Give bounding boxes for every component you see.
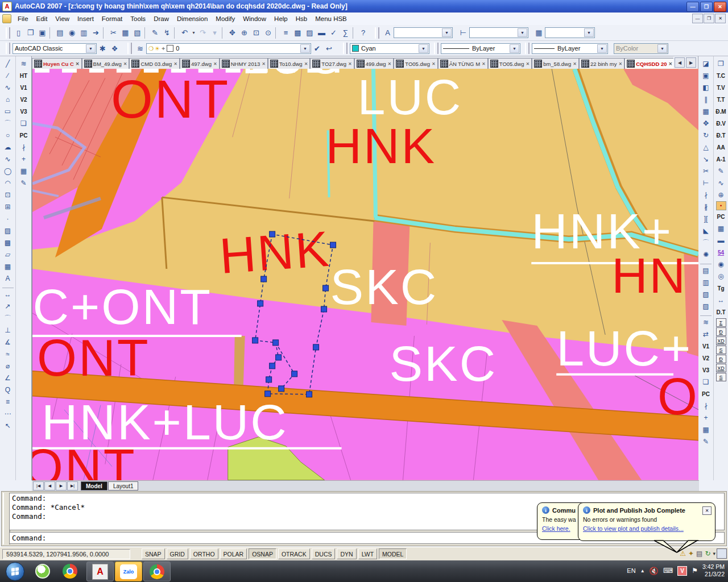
erase-icon[interactable]: ◪: [700, 58, 713, 69]
menu-item[interactable]: Menu HSB: [311, 14, 351, 23]
pc-button[interactable]: PC: [700, 388, 713, 400]
tab-nav-button[interactable]: ◀: [44, 481, 55, 490]
chevron-down-icon[interactable]: ▼: [300, 44, 310, 53]
taskbar-chrome-icon[interactable]: [60, 563, 80, 580]
arc-icon[interactable]: ⌒: [1, 118, 14, 129]
balls-icon[interactable]: ◉: [714, 259, 727, 270]
ortho-toggle[interactable]: ORTHO: [190, 548, 218, 559]
polar-toggle[interactable]: POLAR: [220, 548, 247, 559]
draworder-back-icon[interactable]: ▥: [700, 277, 713, 288]
dim-linear-icon[interactable]: ↔: [1, 289, 14, 300]
pc-button[interactable]: PC: [17, 130, 30, 141]
dim-ordinate-icon[interactable]: ⊥: [1, 325, 14, 336]
text-style-icon[interactable]: A: [382, 27, 394, 39]
separator[interactable]: [174, 27, 177, 39]
move-icon[interactable]: ✥: [700, 118, 713, 129]
table-style-combo[interactable]: ▼: [545, 27, 595, 38]
extend-icon[interactable]: ⊢: [700, 177, 713, 189]
separator[interactable]: [275, 27, 279, 39]
network-icon[interactable]: ⌨: [663, 567, 673, 575]
document-tab[interactable]: TO27.dwg ✕: [310, 58, 354, 69]
toolpalettes-icon[interactable]: ▨: [304, 27, 316, 39]
chevron-down-icon[interactable]: ▼: [518, 28, 527, 37]
breakline-icon[interactable]: ∤: [17, 142, 30, 153]
document-tab[interactable]: To10.dwg ✕: [268, 58, 310, 69]
region-icon[interactable]: ▱: [1, 249, 14, 260]
tab-close-icon[interactable]: ✕: [432, 61, 436, 66]
make-block-icon[interactable]: ⊞: [1, 201, 14, 213]
undo-icon[interactable]: ↶: [179, 27, 191, 39]
quickcalc-icon[interactable]: ∑: [340, 27, 351, 39]
lwt-toggle[interactable]: LWT: [358, 548, 377, 559]
rectangle-icon[interactable]: ▭: [1, 106, 14, 117]
separator[interactable]: [222, 27, 225, 39]
toolbar-grip[interactable]: [525, 43, 530, 54]
separator[interactable]: [700, 313, 712, 316]
v1-button[interactable]: V1: [700, 340, 713, 352]
menu-item[interactable]: Window: [239, 14, 270, 23]
chevron-down-icon[interactable]: ▼: [510, 44, 519, 53]
document-tab[interactable]: 22 binh my ✕: [579, 58, 624, 69]
publish-icon[interactable]: ▥: [78, 27, 90, 39]
balloon-close-icon[interactable]: ✕: [702, 506, 712, 515]
document-tab[interactable]: 497.dwg ✕: [180, 58, 220, 69]
shield-pencil-icon[interactable]: ✎: [17, 177, 30, 189]
open-icon[interactable]: ❐: [24, 27, 36, 39]
mdi-close-button[interactable]: ✕: [715, 14, 726, 23]
toolbar-grip[interactable]: [375, 27, 379, 39]
toolbar-grip[interactable]: [343, 43, 348, 54]
revcloud-icon[interactable]: ☁: [1, 142, 14, 153]
menu-item[interactable]: Help: [270, 14, 292, 23]
chevron-down-icon[interactable]: ▼: [584, 28, 594, 37]
document-tab[interactable]: 499.dwg ✕: [354, 58, 394, 69]
hatch-icon[interactable]: ▨: [1, 225, 14, 236]
54-button[interactable]: 54: [714, 247, 727, 258]
document-tab[interactable]: Huyen Cu C ✕: [32, 58, 82, 69]
document-tab[interactable]: BM_49.dwg ✕: [82, 58, 130, 69]
menu-item[interactable]: Edit: [32, 14, 52, 23]
v3-button[interactable]: V3: [17, 106, 30, 117]
mleader-icon[interactable]: ↖: [1, 420, 14, 431]
tab-scroll-right-button[interactable]: ▶: [686, 57, 696, 68]
s-button[interactable]: S: [716, 346, 726, 354]
workspace-combo[interactable]: AutoCAD Classic▼: [13, 43, 97, 54]
redo-icon[interactable]: ↷: [197, 27, 209, 39]
show-hidden-icons[interactable]: ▲: [640, 568, 645, 573]
layer-previous-icon[interactable]: ↩: [323, 43, 335, 55]
document-tab[interactable]: CQHSDD 20 ✕: [624, 58, 673, 69]
tv-button[interactable]: T.V: [714, 82, 727, 93]
dim-style-icon[interactable]: ⊢: [457, 27, 469, 39]
cut-icon[interactable]: ✂: [107, 27, 119, 39]
lineweight-combo[interactable]: ByLayer ▼: [532, 43, 608, 54]
layers-flat-icon[interactable]: ≋: [700, 317, 713, 328]
document-tab[interactable]: NHMY 2013 ✕: [220, 58, 268, 69]
document-tab[interactable]: CMD 03.dwg ✕: [129, 58, 180, 69]
toolbar-grip[interactable]: [6, 43, 10, 54]
rotate-icon[interactable]: ↻: [700, 130, 713, 141]
mdi-restore-button[interactable]: ❐: [704, 14, 714, 23]
chevron-down-icon[interactable]: ▼: [442, 28, 452, 37]
dim-quick-icon[interactable]: Q: [1, 384, 14, 396]
trim-icon[interactable]: ✂: [700, 165, 713, 177]
tab-close-icon[interactable]: ✕: [76, 61, 80, 66]
menu-item[interactable]: Modify: [212, 14, 239, 23]
ellipse-icon[interactable]: ◯: [1, 165, 14, 177]
draworder-front-icon[interactable]: ▤: [700, 265, 713, 276]
menu-item[interactable]: File: [14, 14, 32, 23]
separator[interactable]: [700, 261, 712, 264]
menu-item[interactable]: View: [51, 14, 73, 23]
circle-plus-icon[interactable]: ⊕: [714, 189, 727, 201]
point-style-icon[interactable]: •: [716, 201, 726, 210]
v1-button[interactable]: V1: [17, 82, 30, 93]
make-layer-current-icon[interactable]: ✔: [311, 43, 323, 55]
layer-combo[interactable]: ❍ ☀ ✦ 0 ▼: [146, 43, 311, 54]
menu-item[interactable]: Draw: [150, 14, 173, 23]
volume-muted-icon[interactable]: 🔇: [650, 567, 659, 575]
join-icon[interactable]: ][: [700, 213, 713, 225]
dim-radius-icon[interactable]: ∡: [1, 336, 14, 348]
tab-close-icon[interactable]: ✕: [669, 61, 673, 66]
snap-toggle[interactable]: SNAP: [142, 548, 165, 559]
layout1-tab[interactable]: Layout1: [108, 481, 139, 490]
document-tab[interactable]: ÂN TỪNG M ✕: [438, 58, 488, 69]
chevron-down-icon[interactable]: ▼: [86, 44, 96, 53]
